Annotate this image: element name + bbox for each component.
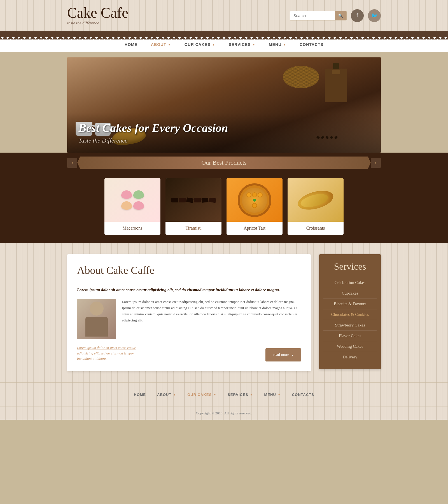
chevron-down-icon: ▼ xyxy=(278,393,281,396)
product-name-macaroons: Macaroons xyxy=(104,222,160,235)
nav-label-about: ABOUT xyxy=(151,42,166,47)
service-item-cupcakes[interactable]: Cupcakes xyxy=(323,288,377,299)
products-section: ‹ Our Best Products › xyxy=(0,153,448,243)
product-name-tart: Apricot Tart xyxy=(227,222,283,235)
ribbon-bar: Our Best Products xyxy=(77,157,371,169)
nav-label-contacts: CONTACTS xyxy=(300,42,323,47)
products-ribbon-title: Our Best Products xyxy=(201,159,246,166)
search-button[interactable]: 🔍 xyxy=(335,11,346,20)
about-divider xyxy=(77,282,301,282)
service-item-strawberry-cakes[interactable]: Strawberry Cakes xyxy=(323,320,377,331)
logo[interactable]: Cake Cafe taste the difference xyxy=(67,6,128,25)
chevron-down-icon: ▼ xyxy=(173,393,176,396)
about-body-row: Lorem ipsum dolor sit amet conse ctetur … xyxy=(77,299,301,339)
footer-nav-label-menu: MENU xyxy=(264,393,276,397)
footer-nav-item-services[interactable]: SERVICES ▼ xyxy=(222,390,258,400)
product-name-croissants: Croissants xyxy=(288,222,344,235)
service-item-wedding-cakes[interactable]: Wedding Cakes xyxy=(323,341,377,352)
logo-text: Cake Cafe xyxy=(67,6,128,20)
services-card: Services Celebration Cakes Cupcakes Bisc… xyxy=(319,254,381,369)
main-content: About Cake Caffe Lorem ipsum dolor sit a… xyxy=(0,243,448,382)
chevron-down-icon: ▼ xyxy=(283,43,286,46)
search-box: 🔍 xyxy=(290,11,347,20)
nav-label-services: SERVICES xyxy=(229,42,251,47)
hero-overlay: Best Cakes for Every Occasion Taste the … xyxy=(67,113,381,153)
footer-nav-item-menu[interactable]: MENU ▼ xyxy=(259,390,286,400)
service-item-flavor-cakes[interactable]: Flavor Cakes xyxy=(323,331,377,341)
nav-label-our-cakes: OUR CAKES xyxy=(185,42,211,47)
ribbon-header: ‹ Our Best Products › xyxy=(67,153,381,173)
nav-label-home: HOME xyxy=(125,42,137,47)
services-title: Services xyxy=(323,261,377,272)
products-grid: Macaroons Tiramisu xyxy=(67,173,381,243)
footer-nav-item-home[interactable]: HOME xyxy=(128,390,151,400)
footer-nav-label-contacts: CONTACTS xyxy=(292,393,314,397)
product-card-tiramisu[interactable]: Tiramisu xyxy=(165,178,221,235)
service-item-delivery[interactable]: Delivery xyxy=(323,352,377,362)
about-footer: Lorem ipsum dolor sit amet conse ctetur … xyxy=(77,345,301,361)
prev-arrow-button[interactable]: ‹ xyxy=(67,158,77,168)
footer-nav-label-services: SERVICES xyxy=(228,393,248,397)
chevron-down-icon: ▼ xyxy=(252,43,255,46)
about-photo xyxy=(77,299,116,339)
twitter-icon: 🐦 xyxy=(371,12,378,19)
product-card-croissants[interactable]: Croissants xyxy=(288,178,344,235)
chevron-down-icon: ▼ xyxy=(168,43,171,46)
next-arrow-button[interactable]: › xyxy=(371,158,381,168)
footer-copyright: Copyright © 2013. All rights reserved. xyxy=(0,407,448,420)
product-image-macaroons xyxy=(104,178,160,222)
nav-label-menu: MENU xyxy=(269,42,281,47)
footer-nav-label-our-cakes: OUR CAKES xyxy=(187,393,212,397)
service-item-biscuits-favours[interactable]: Biscuits & Favours xyxy=(323,299,377,309)
service-item-celebration-cakes[interactable]: Celebration Cakes xyxy=(323,277,377,288)
hero-section: Best Cakes for Every Occasion Taste the … xyxy=(56,52,392,153)
chevron-down-icon: ▼ xyxy=(250,393,253,396)
about-title: About Cake Caffe xyxy=(77,264,301,276)
product-image-tiramisu xyxy=(165,178,221,222)
logo-tagline: taste the difference xyxy=(67,21,128,25)
footer-nav-label-about: ABOUT xyxy=(157,393,171,397)
chevron-left-icon: ‹ xyxy=(71,160,73,166)
copyright-text: Copyright © 2013. All rights reserved. xyxy=(196,411,252,415)
chevron-down-icon: ▼ xyxy=(212,43,215,46)
product-image-tart xyxy=(227,178,283,222)
product-card-tart[interactable]: Apricot Tart xyxy=(227,178,283,235)
products-ribbon: ‹ Our Best Products › xyxy=(56,153,392,243)
chevron-right-icon: › xyxy=(375,160,377,166)
about-link-text[interactable]: Lorem ipsum dolor sit amet conse ctetur … xyxy=(77,345,150,361)
footer-nav-item-about[interactable]: ABOUT ▼ xyxy=(151,390,182,400)
twitter-button[interactable]: 🐦 xyxy=(368,9,381,22)
hero-image: Best Cakes for Every Occasion Taste the … xyxy=(67,57,381,153)
footer-nav-label-home: HOME xyxy=(134,393,146,397)
zigzag-divider xyxy=(0,33,448,37)
about-lead-text: Lorem ipsum dolor sit amet conse ctetur … xyxy=(77,286,301,293)
footer-nav: HOME ABOUT ▼ OUR CAKES ▼ SERVICES ▼ MENU… xyxy=(0,382,448,407)
facebook-icon: f xyxy=(356,12,358,19)
footer-nav-item-contacts[interactable]: CONTACTS xyxy=(286,390,320,400)
hero-title: Best Cakes for Every Occasion xyxy=(78,121,370,135)
services-list: Celebration Cakes Cupcakes Biscuits & Fa… xyxy=(323,277,377,362)
chevron-down-icon: ▼ xyxy=(213,393,216,396)
header-right: 🔍 f 🐦 xyxy=(290,9,381,22)
about-card: About Cake Caffe Lorem ipsum dolor sit a… xyxy=(67,254,311,371)
search-input[interactable] xyxy=(290,11,335,20)
hero-subtitle: Taste the Difference xyxy=(78,137,370,144)
about-body-text: Lorem ipsum dolor sit amet conse ctetur … xyxy=(122,299,301,339)
footer-nav-item-our-cakes[interactable]: OUR CAKES ▼ xyxy=(182,390,222,400)
facebook-button[interactable]: f xyxy=(351,9,364,22)
product-name-tiramisu: Tiramisu xyxy=(165,222,221,235)
product-card-macaroons[interactable]: Macaroons xyxy=(104,178,160,235)
service-item-chocolates-cookies[interactable]: Chocolates & Cookies xyxy=(323,309,377,320)
product-image-croissants xyxy=(288,178,344,222)
read-more-button[interactable]: read more xyxy=(265,348,301,361)
page-header: Cake Cafe taste the difference 🔍 f 🐦 xyxy=(0,0,448,33)
